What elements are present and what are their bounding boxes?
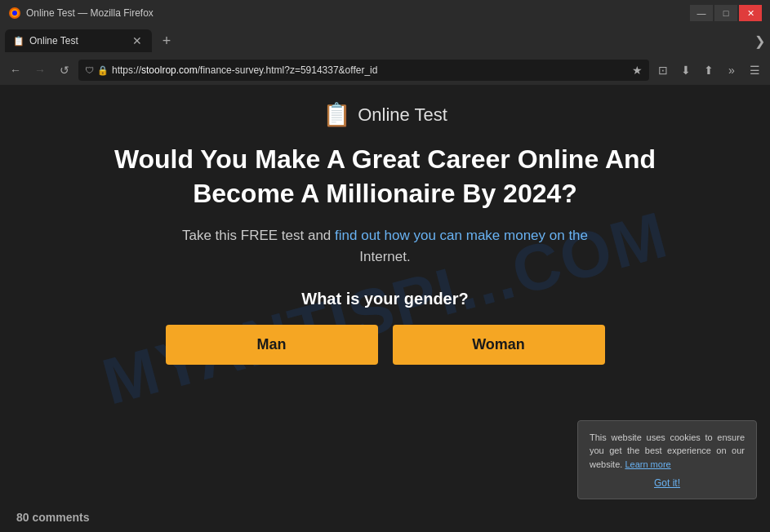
title-bar-left: Online Test — Mozilla Firefox [8,7,154,20]
gender-buttons: Man Woman [166,325,605,365]
lock-icon: 🔒 [97,65,109,76]
url-domain: stoolrop.com [141,64,198,76]
back-button[interactable]: ← [5,60,26,81]
man-button[interactable]: Man [166,325,378,365]
url-protocol: https:// [112,64,141,76]
address-icons: 🛡 🔒 [85,65,109,76]
pocket-button[interactable]: ⊡ [652,60,674,81]
close-button[interactable]: ✕ [739,5,762,21]
tab-favicon: 📋 [13,36,24,47]
tab-bar: 📋 Online Test ✕ + ❯ [0,26,770,55]
menu-button[interactable]: ☰ [744,60,765,81]
share-button[interactable]: ⬆ [698,60,719,81]
window-controls: — □ ✕ [690,5,762,21]
site-title: Online Test [358,104,447,126]
page-content: MYANTISPI...COM 📋 Online Test Would You … [0,85,770,532]
browser-chrome: Online Test — Mozilla Firefox — □ ✕ 📋 On… [0,0,770,85]
site-header: 📋 Online Test [323,101,447,128]
nav-bar: ← → ↺ 🛡 🔒 https://stoolrop.com/finance-s… [0,55,770,85]
more-tools-button[interactable]: » [721,60,742,81]
nav-right-buttons: ⊡ ⬇ ⬆ » ☰ [652,60,765,81]
cookie-notice: This website uses cookies to ensure you … [577,420,757,500]
firefox-icon [8,7,21,20]
cookie-text: This website uses cookies to ensure you … [590,431,745,472]
reload-button[interactable]: ↺ [54,60,75,81]
active-tab[interactable]: 📋 Online Test ✕ [5,29,152,52]
shield-icon: 🛡 [85,65,94,75]
url-path: /finance-survey.html?z=5914337&offer_id [198,64,378,76]
title-bar: Online Test — Mozilla Firefox — □ ✕ [0,0,770,26]
maximize-button[interactable]: □ [714,5,737,21]
address-text: https://stoolrop.com/finance-survey.html… [112,64,629,76]
comments-count: 80 comments [16,511,89,524]
learn-more-link[interactable]: Learn more [625,459,670,469]
tab-list-button[interactable]: ❯ [754,33,765,49]
got-it-button[interactable]: Got it! [654,477,680,489]
tab-close-button[interactable]: ✕ [131,34,144,47]
sub-heading-prefix: Take this FREE test and [182,228,335,243]
site-icon: 📋 [323,101,351,128]
address-bar[interactable]: 🛡 🔒 https://stoolrop.com/finance-survey.… [78,60,649,81]
forward-button[interactable]: → [29,60,51,81]
window-title: Online Test — Mozilla Firefox [26,7,154,19]
minimize-button[interactable]: — [690,5,713,21]
tab-label: Online Test [29,35,126,47]
content-inner: 📋 Online Test Would You Make A Great Car… [0,85,770,365]
sub-heading-link: find out how you can make money on the [335,228,588,243]
sub-heading: Take this FREE test and find out how you… [182,225,588,267]
svg-point-2 [12,11,17,16]
bottom-bar: 80 comments [0,503,770,532]
gender-question: What is your gender? [301,290,468,308]
main-heading: Would You Make A Great Career Online And… [79,143,692,211]
woman-button[interactable]: Woman [393,325,605,365]
download-button[interactable]: ⬇ [675,60,697,81]
new-tab-button[interactable]: + [155,29,178,52]
sub-heading-suffix: Internet. [359,249,410,264]
bookmark-icon[interactable]: ★ [632,64,643,77]
